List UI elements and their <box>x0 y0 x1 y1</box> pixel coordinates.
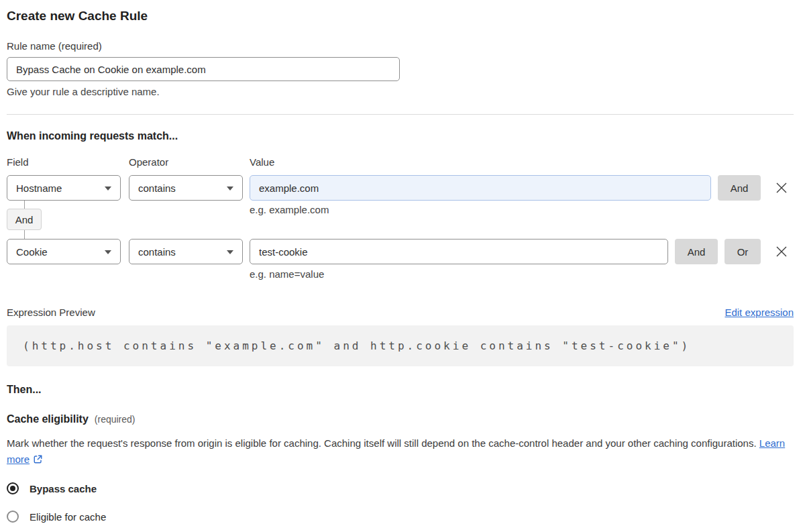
chevron-down-icon <box>227 250 233 254</box>
external-link-icon <box>33 453 43 469</box>
radio-selected-icon[interactable] <box>7 482 19 494</box>
connector-line-bottom <box>24 230 25 239</box>
field-select-row1[interactable]: Hostname <box>7 175 121 201</box>
operator-column-label: Operator <box>129 156 250 168</box>
match-heading: When incoming requests match... <box>7 129 794 143</box>
chevron-down-icon <box>105 250 111 254</box>
expression-preview-label: Expression Preview <box>7 306 95 319</box>
operator-select-row1-value: contains <box>138 182 176 194</box>
rule-name-label: Rule name (required) <box>7 40 794 52</box>
row-connector-area: And e.g. example.com <box>7 201 794 239</box>
remove-row1-button[interactable] <box>769 175 794 201</box>
match-row-2: Cookie contains And Or <box>7 239 794 264</box>
page-title: Create new Cache Rule <box>7 8 794 24</box>
expression-code-block: (http.host contains "example.com" and ht… <box>7 325 794 366</box>
description-text: Mark whether the request's response from… <box>7 437 757 449</box>
cache-eligibility-description: Mark whether the request's response from… <box>7 435 794 469</box>
expression-code-text: (http.host contains "example.com" and ht… <box>23 339 690 352</box>
value-column-label: Value <box>250 156 274 168</box>
rule-name-input[interactable] <box>7 57 400 81</box>
radio-option-bypass-cache[interactable]: Bypass cache <box>7 482 794 494</box>
radio-label-bypass-cache[interactable]: Bypass cache <box>30 483 97 494</box>
operator-select-row2[interactable]: contains <box>129 239 243 264</box>
close-icon <box>775 182 788 194</box>
chevron-down-icon <box>227 187 233 191</box>
section-divider <box>7 114 794 115</box>
radio-unselected-icon[interactable] <box>7 511 19 523</box>
field-select-row2[interactable]: Cookie <box>7 239 121 264</box>
expression-preview-header: Expression Preview Edit expression <box>7 306 794 319</box>
operator-select-row2-value: contains <box>138 246 176 258</box>
field-column-label: Field <box>7 156 129 168</box>
connector-and-button[interactable]: And <box>7 209 42 230</box>
required-note: (required) <box>95 413 136 426</box>
then-heading: Then... <box>7 383 794 396</box>
and-button-row1[interactable]: And <box>718 175 761 201</box>
value-input-row2[interactable] <box>250 239 668 264</box>
field-select-row1-value: Hostname <box>16 182 62 194</box>
radio-label-eligible-for-cache[interactable]: Eligible for cache <box>30 511 106 523</box>
or-button-row2[interactable]: Or <box>724 239 761 264</box>
value-input-row1[interactable] <box>250 175 711 201</box>
radio-option-eligible-for-cache[interactable]: Eligible for cache <box>7 511 794 523</box>
cache-eligibility-heading: Cache eligibility (required) <box>7 413 794 426</box>
match-row-1: Hostname contains And <box>7 175 794 201</box>
value-helper-row2: e.g. name=value <box>250 268 794 280</box>
cache-eligibility-title: Cache eligibility <box>7 413 89 426</box>
field-select-row2-value: Cookie <box>16 246 48 258</box>
edit-expression-link[interactable]: Edit expression <box>724 306 794 319</box>
create-cache-rule-form: Create new Cache Rule Rule name (require… <box>0 0 805 523</box>
chevron-down-icon <box>105 187 111 191</box>
remove-row2-button[interactable] <box>769 239 794 264</box>
close-icon <box>775 246 788 258</box>
connector-line-top <box>24 201 25 209</box>
and-button-row2[interactable]: And <box>675 239 718 264</box>
match-column-labels: Field Operator Value <box>7 156 794 168</box>
operator-select-row1[interactable]: contains <box>129 175 243 201</box>
rule-name-helper: Give your rule a descriptive name. <box>7 86 794 98</box>
value-helper-row1: e.g. example.com <box>250 204 329 216</box>
